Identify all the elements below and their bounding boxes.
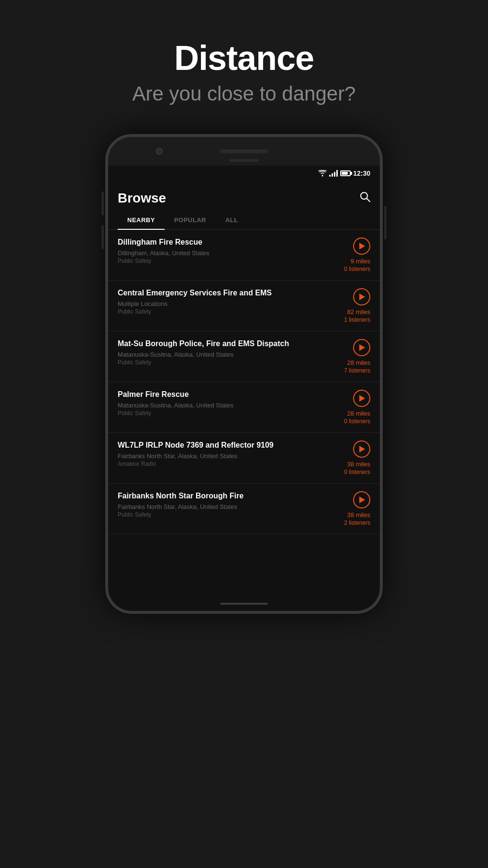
item-listeners: 7 listeners xyxy=(344,367,370,374)
items-list: Dillingham Fire Rescue Dillingham, Alask… xyxy=(108,230,380,534)
notch-line xyxy=(230,159,258,162)
item-right: 28 miles 0 listeners xyxy=(327,390,370,425)
tab-nearby[interactable]: NEARBY xyxy=(118,211,165,229)
item-info: Fairbanks North Star Borough Fire Fairba… xyxy=(118,491,327,518)
list-item[interactable]: Fairbanks North Star Borough Fire Fairba… xyxy=(108,484,380,534)
item-listeners: 0 listeners xyxy=(344,418,370,425)
phone-top-bar xyxy=(108,137,380,166)
item-info: Central Emergency Services Fire and EMS … xyxy=(118,288,327,315)
item-location: Fairbanks North Star, Alaska, United Sta… xyxy=(118,503,322,510)
time-display: 12:30 xyxy=(353,169,370,177)
item-distance: 28 miles xyxy=(347,359,370,366)
item-location: Dillingham, Alaska, United States xyxy=(118,249,322,257)
play-button[interactable] xyxy=(353,339,370,356)
list-item[interactable]: Palmer Fire Rescue Matanuska-Susitna, Al… xyxy=(108,382,380,433)
play-button[interactable] xyxy=(353,491,370,508)
play-triangle-icon xyxy=(359,446,365,452)
item-location: Matanuska-Susitna, Alaska, United States xyxy=(118,351,322,358)
list-item[interactable]: WL7LP IRLP Node 7369 and Reflector 9109 … xyxy=(108,433,380,484)
item-distance: 38 miles xyxy=(347,461,370,468)
play-button[interactable] xyxy=(353,288,370,305)
play-button[interactable] xyxy=(353,390,370,407)
phone-screen: 12:30 Browse NEARBY POPULAR ALL xyxy=(108,166,380,597)
item-category: Public Safety xyxy=(118,511,322,518)
item-listeners: 1 listeners xyxy=(344,316,370,323)
front-camera xyxy=(156,148,163,155)
play-triangle-icon xyxy=(359,344,365,351)
item-distance: 9 miles xyxy=(351,258,370,265)
browse-header: Browse xyxy=(108,181,380,211)
item-info: Dillingham Fire Rescue Dillingham, Alask… xyxy=(118,237,327,264)
item-listeners: 2 listeners xyxy=(344,519,370,526)
earpiece-speaker xyxy=(220,149,268,153)
play-button[interactable] xyxy=(353,440,370,458)
wifi-icon xyxy=(318,170,327,177)
home-indicator xyxy=(220,603,268,605)
tabs-bar: NEARBY POPULAR ALL xyxy=(108,211,380,230)
item-right: 9 miles 0 listeners xyxy=(327,237,370,272)
item-right: 28 miles 7 listeners xyxy=(327,339,370,374)
item-category: Public Safety xyxy=(118,410,322,417)
battery-icon xyxy=(340,170,351,176)
play-button[interactable] xyxy=(353,237,370,255)
item-right: 38 miles 2 listeners xyxy=(327,491,370,526)
item-name: Central Emergency Services Fire and EMS xyxy=(118,288,322,298)
phone-bottom-bar xyxy=(108,597,380,611)
status-icons: 12:30 xyxy=(318,169,370,177)
item-distance: 82 miles xyxy=(347,308,370,316)
item-name: Palmer Fire Rescue xyxy=(118,390,322,400)
item-location: Fairbanks North Star, Alaska, United Sta… xyxy=(118,452,322,460)
battery-fill xyxy=(342,172,348,175)
item-info: Palmer Fire Rescue Matanuska-Susitna, Al… xyxy=(118,390,327,417)
item-name: Dillingham Fire Rescue xyxy=(118,237,322,248)
item-name: Mat-Su Borough Police, Fire and EMS Disp… xyxy=(118,339,322,349)
app-title: Distance xyxy=(133,38,356,78)
item-listeners: 0 listeners xyxy=(344,469,370,475)
item-distance: 38 miles xyxy=(347,511,370,519)
header-section: Distance Are you close to danger? xyxy=(133,0,356,124)
item-info: WL7LP IRLP Node 7369 and Reflector 9109 … xyxy=(118,440,327,467)
item-distance: 28 miles xyxy=(347,410,370,417)
list-item[interactable]: Mat-Su Borough Police, Fire and EMS Disp… xyxy=(108,331,380,382)
tab-popular[interactable]: POPULAR xyxy=(165,211,216,229)
item-category: Public Safety xyxy=(118,359,322,366)
item-right: 38 miles 0 listeners xyxy=(327,440,370,475)
phone-wrapper: 12:30 Browse NEARBY POPULAR ALL xyxy=(105,134,383,614)
item-category: Amateur Radio xyxy=(118,461,322,467)
list-item[interactable]: Dillingham Fire Rescue Dillingham, Alask… xyxy=(108,230,380,281)
phone-frame: 12:30 Browse NEARBY POPULAR ALL xyxy=(105,134,383,614)
item-name: Fairbanks North Star Borough Fire xyxy=(118,491,322,501)
svg-point-0 xyxy=(322,175,323,177)
item-category: Public Safety xyxy=(118,258,322,264)
item-category: Public Safety xyxy=(118,308,322,315)
list-item[interactable]: Central Emergency Services Fire and EMS … xyxy=(108,281,380,331)
item-location: Matanuska-Susitna, Alaska, United States xyxy=(118,402,322,409)
volume-up-button[interactable] xyxy=(101,192,104,215)
tab-all[interactable]: ALL xyxy=(216,211,248,229)
status-bar: 12:30 xyxy=(108,166,380,181)
play-triangle-icon xyxy=(359,395,365,402)
item-name: WL7LP IRLP Node 7369 and Reflector 9109 xyxy=(118,440,322,451)
volume-down-button[interactable] xyxy=(101,225,104,249)
play-triangle-icon xyxy=(359,293,365,300)
search-icon xyxy=(360,192,370,202)
play-triangle-icon xyxy=(359,243,365,249)
search-button[interactable] xyxy=(360,192,370,205)
app-subtitle: Are you close to danger? xyxy=(133,82,356,105)
item-right: 82 miles 1 listeners xyxy=(327,288,370,323)
item-listeners: 0 listeners xyxy=(344,266,370,272)
browse-title: Browse xyxy=(118,191,166,206)
item-info: Mat-Su Borough Police, Fire and EMS Disp… xyxy=(118,339,327,366)
svg-line-2 xyxy=(366,198,370,202)
item-location: Multiple Locations xyxy=(118,300,322,307)
play-triangle-icon xyxy=(359,496,365,503)
signal-icon xyxy=(329,170,338,177)
power-button[interactable] xyxy=(384,206,387,239)
